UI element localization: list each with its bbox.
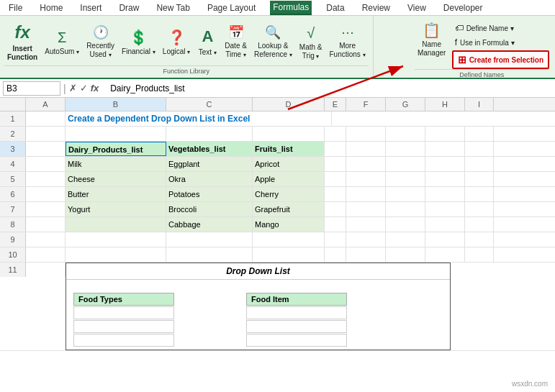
cell-c10[interactable]	[166, 247, 253, 262]
cell-d2[interactable]	[253, 127, 325, 141]
cell-a4[interactable]	[26, 157, 66, 171]
col-header-i[interactable]: I	[465, 98, 494, 111]
cell-d9[interactable]	[253, 232, 325, 247]
food-types-row3[interactable]	[73, 334, 174, 347]
cell-a8[interactable]	[26, 217, 66, 232]
cell-a10[interactable]	[26, 247, 66, 262]
cell-e2[interactable]	[325, 127, 346, 141]
cell-e5[interactable]	[325, 172, 346, 186]
cell-h4[interactable]	[425, 157, 465, 171]
cell-b4[interactable]: Milk	[66, 157, 166, 171]
cell-a5[interactable]	[26, 172, 66, 186]
cell-f4[interactable]	[346, 157, 386, 171]
cell-g5[interactable]	[386, 172, 425, 186]
cell-a6[interactable]	[26, 187, 66, 201]
menu-data[interactable]: Data	[323, 1, 347, 14]
cell-a11[interactable]	[26, 263, 66, 277]
use-in-formula-button[interactable]: f Use in Formula ▾	[452, 36, 549, 49]
cell-h6[interactable]	[425, 187, 465, 201]
cell-g10[interactable]	[386, 247, 425, 262]
food-item-row1[interactable]	[246, 306, 347, 319]
cell-a2[interactable]	[26, 127, 66, 141]
cell-b2[interactable]	[66, 127, 166, 141]
cell-d4[interactable]: Apricot	[253, 157, 325, 171]
cell-c8[interactable]: Cabbage	[166, 217, 253, 232]
cell-c5[interactable]: Okra	[166, 172, 253, 186]
menu-pagelayout[interactable]: Page Layout	[204, 1, 258, 14]
cell-g4[interactable]	[386, 157, 425, 171]
menu-newtab[interactable]: New Tab	[153, 1, 192, 14]
cell-a3[interactable]	[26, 142, 66, 156]
cell-h10[interactable]	[425, 247, 465, 262]
cell-f9[interactable]	[346, 232, 386, 247]
menu-draw[interactable]: Draw	[116, 1, 142, 14]
cell-c7[interactable]: Broccoli	[166, 202, 253, 216]
formula-input[interactable]	[109, 82, 552, 95]
cell-i4[interactable]	[465, 157, 494, 171]
cell-d6[interactable]: Cherry	[253, 187, 325, 201]
cell-g7[interactable]	[386, 202, 425, 216]
insert-function-button[interactable]: fx InsertFunction	[4, 22, 40, 63]
cell-g8[interactable]	[386, 217, 425, 232]
cell-e8[interactable]	[325, 217, 346, 232]
menu-formulas[interactable]: Formulas	[270, 1, 312, 15]
cell-i9[interactable]	[465, 232, 494, 247]
cell-g6[interactable]	[386, 187, 425, 201]
confirm-icon[interactable]: ✓	[80, 83, 88, 94]
cell-c9[interactable]	[166, 232, 253, 247]
menu-view[interactable]: View	[405, 1, 429, 14]
menu-insert[interactable]: Insert	[77, 1, 104, 14]
cell-b10[interactable]	[66, 247, 166, 262]
col-header-b[interactable]: B	[66, 98, 166, 111]
lookup-reference-button[interactable]: 🔍 Lookup &Reference ▾	[251, 22, 295, 63]
cell-i2[interactable]	[465, 127, 494, 141]
cell-a1[interactable]	[26, 111, 66, 126]
food-item-row3[interactable]	[246, 334, 347, 347]
cell-e3[interactable]	[325, 142, 346, 156]
cell-e7[interactable]	[325, 202, 346, 216]
cell-c3[interactable]: Vegetables_list	[166, 142, 253, 156]
cell-h5[interactable]	[425, 172, 465, 186]
cell-b7[interactable]: Yogurt	[66, 202, 166, 216]
cell-g2[interactable]	[386, 127, 425, 141]
menu-review[interactable]: Review	[359, 1, 393, 14]
create-from-selection-button[interactable]: ⊞ Create from Selection	[452, 50, 549, 69]
logical-button[interactable]: ❓ Logical ▾	[160, 22, 193, 63]
date-time-button[interactable]: 📅 Date &Time ▾	[222, 22, 250, 63]
cell-c4[interactable]: Eggplant	[166, 157, 253, 171]
cell-f3[interactable]	[346, 142, 386, 156]
col-header-a[interactable]: A	[26, 98, 66, 111]
cell-c2[interactable]	[166, 127, 253, 141]
col-header-c[interactable]: C	[166, 98, 253, 111]
cell-i7[interactable]	[465, 202, 494, 216]
cell-b9[interactable]	[66, 232, 166, 247]
cell-b3[interactable]: Dairy_Products_list	[66, 142, 166, 156]
cell-f2[interactable]	[346, 127, 386, 141]
food-item-row2[interactable]	[246, 320, 347, 333]
more-functions-button[interactable]: ⋯ MoreFunctions ▾	[327, 22, 369, 63]
cell-e6[interactable]	[325, 187, 346, 201]
cell-g3[interactable]	[386, 142, 425, 156]
autosum-button[interactable]: Σ AutoSum ▾	[42, 22, 82, 63]
food-types-row2[interactable]	[73, 320, 174, 333]
cell-c6[interactable]: Potatoes	[166, 187, 253, 201]
name-manager-button[interactable]: 📋 NameManager	[415, 19, 449, 60]
cell-b6[interactable]: Butter	[66, 187, 166, 201]
food-types-row1[interactable]	[73, 306, 174, 319]
menu-home[interactable]: Home	[37, 1, 66, 14]
cell-d10[interactable]	[253, 247, 325, 262]
cell-h2[interactable]	[425, 127, 465, 141]
recently-used-button[interactable]: 🕐 RecentlyUsed ▾	[84, 22, 117, 63]
cell-g9[interactable]	[386, 232, 425, 247]
cell-e9[interactable]	[325, 232, 346, 247]
cell-f5[interactable]	[346, 172, 386, 186]
cell-b8[interactable]	[66, 217, 166, 232]
cell-d5[interactable]: Apple	[253, 172, 325, 186]
financial-button[interactable]: 💲 Financial ▾	[119, 22, 158, 63]
cell-a7[interactable]	[26, 202, 66, 216]
cell-d7[interactable]: Grapefruit	[253, 202, 325, 216]
cell-d8[interactable]: Mango	[253, 217, 325, 232]
cell-b1[interactable]: Create a Dependent Drop Down List in Exc…	[66, 111, 332, 126]
cell-i5[interactable]	[465, 172, 494, 186]
cell-i3[interactable]	[465, 142, 494, 156]
